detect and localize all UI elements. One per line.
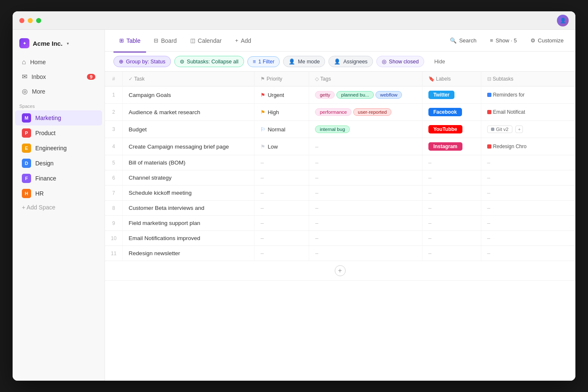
show-button[interactable]: ≡ Show · 5	[486, 36, 520, 45]
cell-subtask[interactable]: –	[481, 186, 575, 201]
cell-task[interactable]: Schedule kickoff meeting	[123, 186, 255, 201]
cell-tags[interactable]: gettyplanned bu...webflow	[309, 86, 422, 104]
cell-task[interactable]: Redesign newsletter	[123, 246, 255, 261]
cell-subtask[interactable]: –	[481, 170, 575, 186]
cell-priority[interactable]: ⚑ Low	[255, 138, 309, 155]
minimize-button[interactable]	[28, 18, 33, 23]
cell-label[interactable]: –	[422, 216, 481, 231]
sidebar-item-engineering[interactable]: E Engineering	[15, 141, 102, 156]
tag-pill[interactable]: internal bug	[315, 125, 349, 133]
avatar[interactable]: 👤	[557, 15, 569, 26]
cell-tags[interactable]: –	[309, 246, 422, 261]
cell-tags[interactable]: –	[309, 155, 422, 170]
me-mode-chip[interactable]: 👤 Me mode	[283, 56, 325, 67]
cell-priority[interactable]: ⚑ High	[255, 104, 309, 121]
cell-label[interactable]: Facebook	[422, 104, 481, 121]
show-closed-chip[interactable]: ◎ Show closed	[376, 56, 424, 67]
close-button[interactable]	[19, 18, 24, 23]
cell-priority[interactable]: ⚑ Urgent	[255, 86, 309, 104]
tag-pill[interactable]: performance	[315, 108, 352, 116]
cell-priority[interactable]: –	[255, 231, 309, 246]
table-row[interactable]: 3Budget⚐ Normalinternal bugYouTubbe Git …	[105, 121, 575, 138]
add-task-button[interactable]: +	[335, 265, 346, 276]
tab-board[interactable]: ⊟ Board	[148, 34, 182, 47]
sidebar-logo[interactable]: Acme Inc. ▾	[13, 35, 105, 55]
table-row[interactable]: 9Field marketing support plan––––	[105, 216, 575, 231]
filter-chip[interactable]: ≡ 1 Filter	[247, 56, 280, 67]
cell-subtask[interactable]: Reminders for	[481, 86, 575, 104]
table-row[interactable]: 7Schedule kickoff meeting––––	[105, 186, 575, 201]
add-space-button[interactable]: + Add Space	[15, 201, 102, 214]
tag-pill[interactable]: planned bu...	[336, 91, 374, 99]
sidebar-item-hr[interactable]: H HR	[15, 186, 102, 201]
table-row[interactable]: 4Create Campaign messaging brief page⚑ L…	[105, 138, 575, 155]
cell-label[interactable]: Twitter	[422, 86, 481, 104]
cell-tags[interactable]: performanceuser-reported	[309, 104, 422, 121]
customize-button[interactable]: ⚙ Customize	[527, 36, 567, 45]
cell-priority[interactable]: –	[255, 170, 309, 186]
cell-task[interactable]: Field marketing support plan	[123, 216, 255, 231]
cell-tags[interactable]: –	[309, 170, 422, 186]
cell-task[interactable]: Customer Beta interviews and	[123, 201, 255, 216]
cell-task[interactable]: Create Campaign messaging brief page	[123, 138, 255, 155]
cell-tags[interactable]: –	[309, 201, 422, 216]
cell-label[interactable]: –	[422, 170, 481, 186]
group-by-status-chip[interactable]: ⊕ Group by: Status	[113, 56, 171, 67]
cell-priority[interactable]: ⚐ Normal	[255, 121, 309, 138]
hide-button[interactable]: Hide	[429, 57, 450, 67]
table-row[interactable]: 11Redesign newsletter––––	[105, 246, 575, 261]
sidebar-item-product[interactable]: P Product	[15, 125, 102, 141]
cell-tags[interactable]: –	[309, 231, 422, 246]
tag-pill[interactable]: user-reported	[353, 108, 391, 116]
sidebar-item-finance[interactable]: F Finance	[15, 171, 102, 186]
tag-pill[interactable]: webflow	[375, 91, 402, 99]
cell-subtask[interactable]: –	[481, 246, 575, 261]
cell-tags[interactable]: internal bug	[309, 121, 422, 138]
tab-calendar[interactable]: ◫ Calendar	[184, 34, 228, 47]
cell-tags[interactable]: –	[309, 138, 422, 155]
cell-task[interactable]: Campaign Goals	[123, 86, 255, 104]
cell-subtask[interactable]: Git v2 +	[481, 121, 575, 138]
cell-task[interactable]: Budget	[123, 121, 255, 138]
table-row[interactable]: 1Campaign Goals⚑ Urgentgettyplanned bu..…	[105, 86, 575, 104]
cell-priority[interactable]: –	[255, 246, 309, 261]
cell-label[interactable]: –	[422, 231, 481, 246]
cell-task[interactable]: Email Notifications improved	[123, 231, 255, 246]
cell-label[interactable]: –	[422, 155, 481, 170]
sidebar-item-home[interactable]: ⌂ Home	[15, 55, 102, 69]
cell-task[interactable]: Channel strategy	[123, 170, 255, 186]
cell-priority[interactable]: –	[255, 216, 309, 231]
cell-tags[interactable]: –	[309, 186, 422, 201]
cell-subtask[interactable]: –	[481, 155, 575, 170]
cell-task[interactable]: Bill of materials (BOM)	[123, 155, 255, 170]
cell-priority[interactable]: –	[255, 186, 309, 201]
table-row[interactable]: 8Customer Beta interviews and––––	[105, 201, 575, 216]
cell-subtask[interactable]: Email Notificat	[481, 104, 575, 121]
sidebar-item-more[interactable]: ◎ More	[15, 84, 102, 99]
tag-pill[interactable]: getty	[315, 91, 335, 99]
subtasks-collapse-chip[interactable]: ⊜ Subtasks: Collapse all	[174, 56, 244, 67]
cell-subtask[interactable]: –	[481, 201, 575, 216]
sidebar-item-design[interactable]: D Design	[15, 156, 102, 171]
cell-label[interactable]: YouTubbe	[422, 121, 481, 138]
table-row[interactable]: 6Channel strategy––––	[105, 170, 575, 186]
cell-label[interactable]: Instagram	[422, 138, 481, 155]
cell-subtask[interactable]: –	[481, 216, 575, 231]
cell-priority[interactable]: –	[255, 155, 309, 170]
maximize-button[interactable]	[36, 18, 41, 23]
table-row[interactable]: 5Bill of materials (BOM)––––	[105, 155, 575, 170]
tab-table[interactable]: ⊞ Table	[113, 34, 146, 47]
subtask-add-button[interactable]: +	[515, 125, 523, 133]
cell-subtask[interactable]: –	[481, 231, 575, 246]
tab-add[interactable]: + Add	[229, 34, 257, 47]
sidebar-item-inbox[interactable]: ✉ Inbox 9	[15, 69, 102, 84]
cell-task[interactable]: Audience & market research	[123, 104, 255, 121]
search-button[interactable]: 🔍 Search	[446, 36, 480, 45]
cell-label[interactable]: –	[422, 201, 481, 216]
table-row[interactable]: 2Audience & market research⚑ Highperform…	[105, 104, 575, 121]
cell-label[interactable]: –	[422, 186, 481, 201]
cell-priority[interactable]: –	[255, 201, 309, 216]
sidebar-item-marketing[interactable]: M Marketing	[15, 110, 102, 125]
table-row[interactable]: 10Email Notifications improved––––	[105, 231, 575, 246]
cell-tags[interactable]: –	[309, 216, 422, 231]
